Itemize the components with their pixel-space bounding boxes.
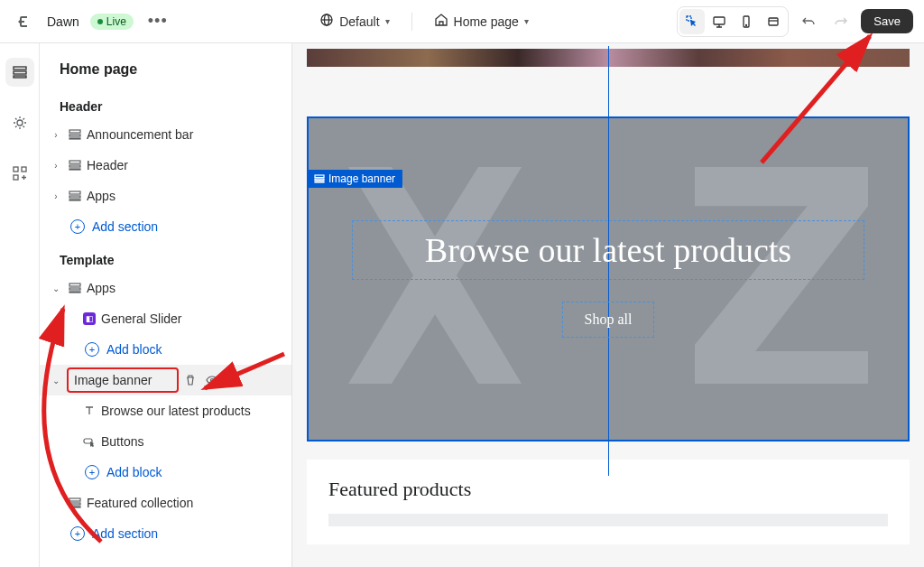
app-embeds-tab[interactable] bbox=[5, 159, 34, 188]
tree-item-label: Buttons bbox=[101, 434, 282, 449]
caret-right-icon: › bbox=[49, 189, 63, 203]
svg-rect-13 bbox=[14, 175, 18, 180]
featured-title: Featured products bbox=[328, 478, 888, 501]
group-template-label: Template bbox=[40, 242, 291, 273]
annotation-arrow-apps bbox=[20, 298, 128, 554]
theme-name: Dawn bbox=[47, 14, 79, 29]
sections-tab[interactable] bbox=[5, 58, 34, 87]
svg-rect-19 bbox=[69, 169, 80, 170]
page-label: Home page bbox=[454, 14, 519, 29]
tree-item-announcement-bar[interactable]: › Announcement bar bbox=[40, 119, 291, 150]
svg-rect-16 bbox=[69, 138, 80, 139]
annotation-arrow-image-banner bbox=[194, 345, 293, 412]
section-tag-label: Image banner bbox=[328, 172, 395, 185]
back-button[interactable] bbox=[11, 9, 36, 34]
svg-point-5 bbox=[746, 24, 747, 25]
tree-item-label: Announcement bar bbox=[87, 127, 282, 142]
svg-rect-22 bbox=[69, 200, 80, 200]
section-icon bbox=[67, 188, 83, 204]
svg-rect-33 bbox=[315, 181, 324, 182]
svg-rect-18 bbox=[69, 165, 80, 167]
caret-right-icon: › bbox=[49, 127, 63, 142]
section-tag[interactable]: Image banner bbox=[307, 170, 402, 188]
group-header-label: Header bbox=[40, 88, 291, 119]
svg-rect-14 bbox=[69, 130, 80, 133]
section-icon bbox=[67, 280, 83, 296]
tree-item-label: Header bbox=[87, 158, 282, 172]
svg-rect-6 bbox=[769, 18, 778, 25]
sidebar-title: Home page bbox=[40, 43, 291, 88]
tree-item-label: General Slider bbox=[101, 311, 282, 326]
more-menu-button[interactable]: ••• bbox=[144, 12, 171, 31]
chevron-down-icon: ▾ bbox=[524, 16, 529, 26]
live-dot-icon bbox=[97, 19, 103, 24]
divider bbox=[411, 13, 412, 31]
svg-rect-23 bbox=[69, 284, 80, 286]
globe-icon bbox=[319, 13, 334, 30]
live-badge: Live bbox=[90, 14, 134, 30]
svg-rect-9 bbox=[14, 76, 26, 78]
home-icon bbox=[434, 13, 448, 30]
topbar-left: Dawn Live ••• bbox=[11, 9, 171, 34]
chevron-down-icon: ▾ bbox=[385, 16, 390, 26]
desktop-preview-button[interactable] bbox=[707, 9, 732, 34]
tree-item-label: Apps bbox=[87, 189, 282, 203]
section-icon bbox=[67, 126, 83, 143]
plus-circle-icon: + bbox=[70, 219, 85, 234]
annotation-arrow-save bbox=[753, 27, 897, 175]
live-label: Live bbox=[106, 15, 126, 28]
svg-rect-8 bbox=[14, 71, 26, 74]
tree-item-label: Apps bbox=[87, 281, 282, 295]
tree-item-header-apps[interactable]: › Apps bbox=[40, 181, 291, 211]
section-icon bbox=[67, 157, 83, 173]
locale-selector[interactable]: Default ▾ bbox=[319, 13, 389, 30]
caret-down-icon: ⌄ bbox=[49, 281, 63, 295]
add-section-label: Add section bbox=[92, 219, 158, 234]
featured-placeholder bbox=[328, 514, 888, 526]
banner-heading-block[interactable]: Browse our latest products bbox=[352, 220, 864, 280]
topbar-center: Default ▾ Home page ▾ bbox=[179, 13, 670, 31]
svg-rect-32 bbox=[315, 179, 324, 181]
svg-rect-12 bbox=[22, 167, 26, 172]
theme-settings-tab[interactable] bbox=[5, 108, 34, 137]
banner-button-block[interactable]: Shop all bbox=[562, 302, 655, 338]
locale-label: Default bbox=[339, 14, 379, 29]
svg-rect-15 bbox=[69, 135, 80, 136]
svg-rect-7 bbox=[14, 67, 26, 70]
tree-item-header[interactable]: › Header bbox=[40, 150, 291, 181]
inspector-button[interactable] bbox=[679, 9, 705, 34]
page-selector[interactable]: Home page ▾ bbox=[434, 13, 529, 30]
svg-rect-25 bbox=[69, 292, 80, 293]
add-section-header[interactable]: + Add section bbox=[40, 211, 291, 242]
svg-rect-21 bbox=[69, 196, 80, 198]
svg-rect-20 bbox=[69, 191, 80, 194]
svg-rect-3 bbox=[714, 17, 725, 24]
caret-right-icon: › bbox=[49, 158, 63, 172]
svg-rect-11 bbox=[14, 167, 18, 172]
svg-point-10 bbox=[17, 120, 23, 125]
svg-rect-17 bbox=[69, 161, 80, 163]
svg-rect-31 bbox=[315, 175, 324, 178]
svg-rect-24 bbox=[69, 288, 80, 290]
